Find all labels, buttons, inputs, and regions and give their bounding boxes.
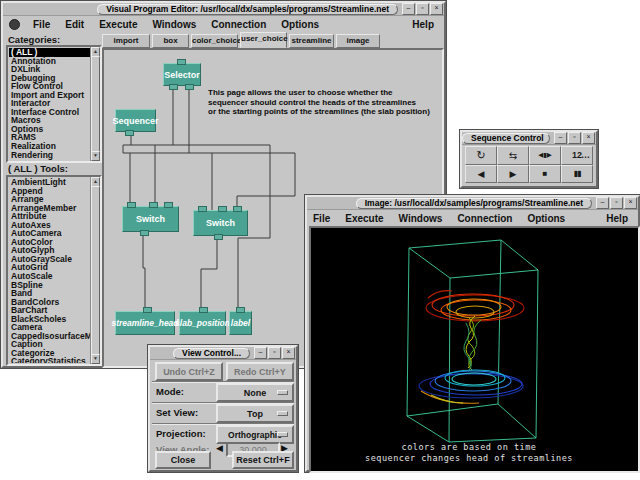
node-sequencer[interactable]: Sequencer xyxy=(115,109,156,132)
category-item[interactable]: Rendering xyxy=(9,151,90,160)
close-view-button[interactable]: Close xyxy=(155,451,211,469)
streamline-visualization: colors are based on time sequencer chang… xyxy=(311,228,638,471)
categories-scrollbar[interactable]: ▲ ▼ xyxy=(90,47,100,161)
input-tab-icon[interactable] xyxy=(149,202,158,208)
render-viewport[interactable]: colors are based on time sequencer chang… xyxy=(309,226,640,473)
node-label-tool[interactable]: label xyxy=(229,311,252,335)
maximize-button[interactable]: ▫ xyxy=(568,132,581,144)
close-button[interactable]: × xyxy=(624,197,637,209)
mode-value: None xyxy=(244,388,267,398)
image-window-title: Image: /usr/local/dx/samples/programs/St… xyxy=(356,198,592,209)
menu-item[interactable]: Connection xyxy=(457,213,512,224)
maximize-button[interactable]: ▫ xyxy=(268,347,281,359)
node-switch-2[interactable]: Switch xyxy=(193,210,248,236)
tools-scrollbar[interactable]: ▲ ▼ xyxy=(90,177,100,364)
scroll-down-icon[interactable]: ▼ xyxy=(91,354,100,364)
image-caption-line2: sequencer changes head of streamlines xyxy=(365,453,573,463)
menu-item-help[interactable]: Help xyxy=(606,213,628,224)
image-menubar: FileExecuteWindowsConnectionOptions Help xyxy=(307,210,638,226)
vpe-titlebar[interactable]: Visual Program Editor: /usr/local/dx/sam… xyxy=(3,3,444,16)
page-annotation: This page allows the user to choose whet… xyxy=(208,88,443,117)
menu-item[interactable]: Options xyxy=(281,19,319,30)
scroll-down-icon[interactable]: ▼ xyxy=(91,151,100,161)
node-switch-1[interactable]: Switch xyxy=(122,206,179,232)
close-button[interactable]: × xyxy=(282,347,295,359)
menu-item[interactable]: File xyxy=(33,19,50,30)
minimize-button[interactable]: – xyxy=(402,3,415,15)
desktop: Visual Program Editor: /usr/local/dx/sam… xyxy=(0,0,640,480)
menu-item[interactable]: Execute xyxy=(345,213,383,224)
set-view-value: Top xyxy=(247,409,263,419)
menu-item[interactable]: Connection xyxy=(211,19,266,30)
menu-item[interactable]: File xyxy=(313,213,330,224)
input-tab-icon[interactable] xyxy=(164,202,173,208)
menu-item-help[interactable]: Help xyxy=(412,19,434,30)
vpe-menubar: FileEditExecuteWindowsConnectionOptions … xyxy=(3,16,444,32)
node-selector[interactable]: Selector xyxy=(163,63,201,86)
maximize-button[interactable]: ▫ xyxy=(416,3,429,15)
input-tab-icon[interactable] xyxy=(127,202,136,208)
tab-user-choice[interactable]: user_choice xyxy=(240,32,287,48)
output-tab-icon[interactable] xyxy=(214,234,223,240)
output-tab-icon[interactable] xyxy=(140,230,149,236)
tab-box[interactable]: box xyxy=(152,34,189,48)
angle-decrement-icon[interactable]: ◀ xyxy=(216,442,223,455)
minimize-button[interactable]: – xyxy=(254,347,267,359)
input-tab-icon[interactable] xyxy=(198,206,207,212)
close-button[interactable]: × xyxy=(430,3,443,15)
maximize-button[interactable]: ▫ xyxy=(610,197,623,209)
input-tab-icon[interactable] xyxy=(143,307,152,313)
image-titlebar[interactable]: Image: /usr/local/dx/samples/programs/St… xyxy=(307,197,638,210)
undo-button[interactable]: Undo Ctrl+Z xyxy=(155,362,223,381)
minimize-button[interactable]: – xyxy=(596,197,609,209)
reset-button[interactable]: Reset Ctrl+F xyxy=(232,451,294,469)
node-slab-position[interactable]: slab_position xyxy=(179,311,226,335)
input-tab-icon[interactable] xyxy=(218,206,227,212)
output-tab-icon[interactable] xyxy=(125,130,134,136)
close-button[interactable]: × xyxy=(582,132,595,144)
input-tab-icon[interactable] xyxy=(177,59,186,65)
sequence-control-titlebar[interactable]: Sequence Control – ▫ × xyxy=(462,132,596,145)
tool-item[interactable]: CategoryStatistics xyxy=(9,357,90,363)
loop-button[interactable]: ↻ xyxy=(465,146,497,165)
input-tab-icon[interactable] xyxy=(236,307,245,313)
view-control-titlebar[interactable]: View Control... – ▫ × xyxy=(150,347,296,360)
palindrome-button[interactable]: ⇆ xyxy=(497,146,529,165)
tab-import[interactable]: import xyxy=(102,34,150,48)
view-control-window-controls: – ▫ × xyxy=(253,347,295,359)
categories-rows: ( ALL )AnnotationDXLinkDebuggingFlow Con… xyxy=(9,48,90,160)
step-back-button[interactable]: ◀ xyxy=(465,165,497,184)
menu-item[interactable]: Options xyxy=(527,213,565,224)
menu-item[interactable]: Windows xyxy=(152,19,196,30)
menu-item[interactable]: Execute xyxy=(99,19,137,30)
step-button[interactable]: ◀▮▶ xyxy=(529,146,561,165)
tab-color-choice[interactable]: color_choice xyxy=(191,34,238,48)
play-button[interactable]: ▶ xyxy=(497,165,529,184)
output-tab-icon[interactable] xyxy=(185,84,194,90)
menu-item[interactable]: Edit xyxy=(65,19,84,30)
node-streamline-head[interactable]: streamline_head xyxy=(115,311,175,335)
input-tab-icon[interactable] xyxy=(199,307,208,313)
node-label: Switch xyxy=(136,214,165,224)
redo-button[interactable]: Redo Ctrl+Y xyxy=(226,362,294,381)
tab-image[interactable]: image xyxy=(336,34,380,48)
tools-list: AmbientLightAppendArrangeArrangeMemberAt… xyxy=(6,175,102,366)
scrollbar-thumb[interactable] xyxy=(91,56,100,152)
frame-more-button[interactable]: … xyxy=(581,150,590,160)
scrollbar-thumb[interactable] xyxy=(91,186,100,355)
frame-counter[interactable]: 12 … xyxy=(561,146,593,165)
set-view-label: Set View: xyxy=(156,407,198,418)
tab-streamline[interactable]: streamline xyxy=(289,34,334,48)
node-label: slab_position xyxy=(175,318,230,328)
mode-option-menu[interactable]: None xyxy=(216,383,294,402)
input-tab-icon[interactable] xyxy=(233,206,242,212)
minimize-button[interactable]: – xyxy=(554,132,567,144)
stop-button[interactable]: ■ xyxy=(529,165,561,184)
pause-button[interactable]: ▮▮ xyxy=(561,165,593,184)
set-view-option-menu[interactable]: Top xyxy=(216,404,294,423)
streamlines-bottom-rings xyxy=(419,370,523,403)
dx-logo-icon xyxy=(9,19,20,30)
output-tab-icon[interactable] xyxy=(169,84,178,90)
menu-item[interactable]: Windows xyxy=(399,213,443,224)
node-label: streamline_head xyxy=(111,318,178,328)
